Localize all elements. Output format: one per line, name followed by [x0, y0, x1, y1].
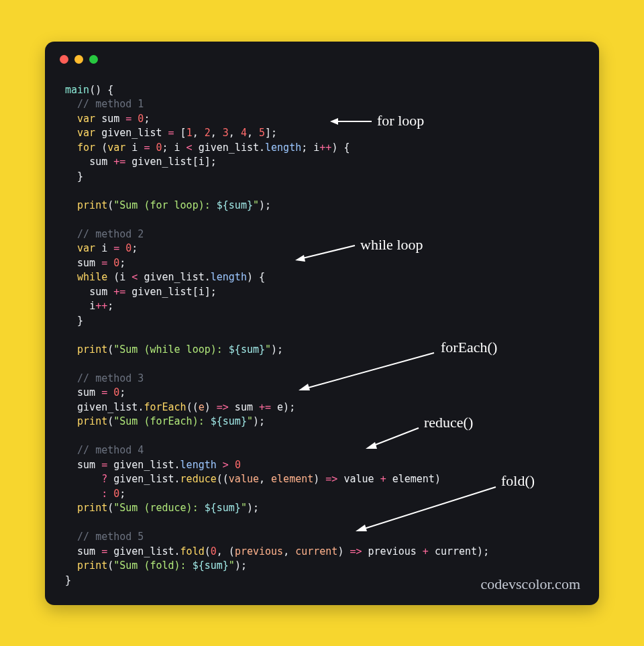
- token: );: [247, 502, 259, 514]
- token: +=: [259, 401, 271, 413]
- token: sum: [77, 545, 101, 557]
- token: +=: [107, 156, 131, 168]
- token: (: [205, 545, 211, 557]
- token: current);: [429, 545, 489, 557]
- token: =: [113, 242, 119, 254]
- token: ) {: [247, 271, 265, 283]
- token: ): [313, 473, 325, 485]
- token: ${sum}: [211, 415, 247, 427]
- token: var: [77, 113, 95, 125]
- token: .: [205, 271, 211, 283]
- token: given_list: [95, 127, 168, 139]
- token: 0: [235, 459, 241, 471]
- token: (: [107, 415, 113, 427]
- token: .: [174, 459, 180, 471]
- token: ": [241, 502, 247, 514]
- token: value: [229, 473, 259, 485]
- token: "Sum (reduce):: [113, 502, 204, 514]
- token: given_list: [199, 142, 259, 154]
- token: 4: [241, 127, 247, 139]
- token: :: [101, 488, 113, 500]
- token: 0: [119, 242, 131, 254]
- token: ;: [131, 242, 138, 254]
- token: =: [101, 386, 107, 398]
- token: 2: [205, 127, 211, 139]
- token: .: [259, 142, 265, 154]
- token: ${sum}: [205, 502, 241, 514]
- token: ;: [301, 142, 313, 154]
- token: ,: [229, 127, 241, 139]
- token: ,: [193, 127, 205, 139]
- close-icon: [60, 55, 68, 64]
- token: reduce: [180, 473, 217, 485]
- token: {: [101, 84, 113, 96]
- token: ": [253, 199, 259, 211]
- token: given_list: [107, 545, 174, 557]
- token: (: [107, 271, 119, 283]
- token: <: [125, 271, 144, 283]
- token: =: [168, 127, 174, 139]
- token: ": [265, 343, 271, 356]
- token: 3: [223, 127, 229, 139]
- token: "Sum (for loop):: [113, 199, 217, 211]
- watermark: codevscolor.com: [481, 576, 580, 593]
- token: ): [337, 545, 350, 557]
- token: i: [125, 142, 144, 154]
- token: +=: [107, 286, 131, 298]
- token: element): [386, 473, 441, 485]
- token: ,: [283, 545, 295, 557]
- token: "Sum (fold):: [113, 559, 192, 572]
- token: "Sum (forEach):: [113, 415, 211, 427]
- token: sum: [229, 401, 259, 413]
- token: given_list: [77, 401, 138, 413]
- token: ${sum}: [229, 343, 265, 356]
- token: =: [101, 545, 107, 557]
- token: "Sum (while loop):: [113, 343, 229, 356]
- token: print: [77, 199, 107, 211]
- token: [i];: [193, 156, 217, 168]
- token: 0: [107, 386, 119, 398]
- token: ,: [259, 473, 271, 485]
- token: .: [174, 473, 180, 485]
- token: );: [235, 559, 247, 572]
- token: ": [229, 559, 235, 572]
- token: 1: [186, 127, 193, 139]
- token: ${sum}: [193, 559, 229, 572]
- token: sum: [89, 156, 107, 168]
- token: +: [423, 545, 429, 557]
- token: =: [101, 459, 107, 471]
- token: given_list: [113, 473, 174, 485]
- token: var: [77, 127, 95, 139]
- token: i: [119, 271, 125, 283]
- token: print: [77, 343, 107, 356]
- token: (): [89, 84, 101, 96]
- token: ++: [95, 300, 107, 312]
- token: =>: [325, 473, 337, 485]
- token: var: [77, 242, 95, 254]
- token: while: [77, 271, 107, 283]
- code-panel: main() { // method 1 var sum = 0; var gi…: [45, 42, 599, 605]
- token: ((: [186, 401, 199, 413]
- token: [i];: [193, 286, 217, 298]
- token: , (: [217, 545, 235, 557]
- token: print: [77, 502, 107, 514]
- token: forEach: [144, 401, 186, 413]
- token: 0: [107, 257, 119, 269]
- token: element: [271, 473, 313, 485]
- token: fold: [180, 545, 205, 557]
- code-block: main() { // method 1 var sum = 0; var gi…: [65, 83, 579, 588]
- token: ,: [247, 127, 259, 139]
- token: i: [95, 242, 113, 254]
- token: .: [174, 545, 180, 557]
- token: given_list: [131, 286, 192, 298]
- token: 0: [211, 545, 217, 557]
- token: 0: [150, 142, 162, 154]
- token: value: [337, 473, 380, 485]
- token: ;: [144, 113, 150, 125]
- token: ): [205, 401, 217, 413]
- token: =>: [350, 545, 362, 557]
- minimize-icon: [74, 55, 83, 64]
- token: 0: [113, 488, 119, 500]
- token: (: [107, 559, 113, 572]
- token: ;: [119, 488, 125, 500]
